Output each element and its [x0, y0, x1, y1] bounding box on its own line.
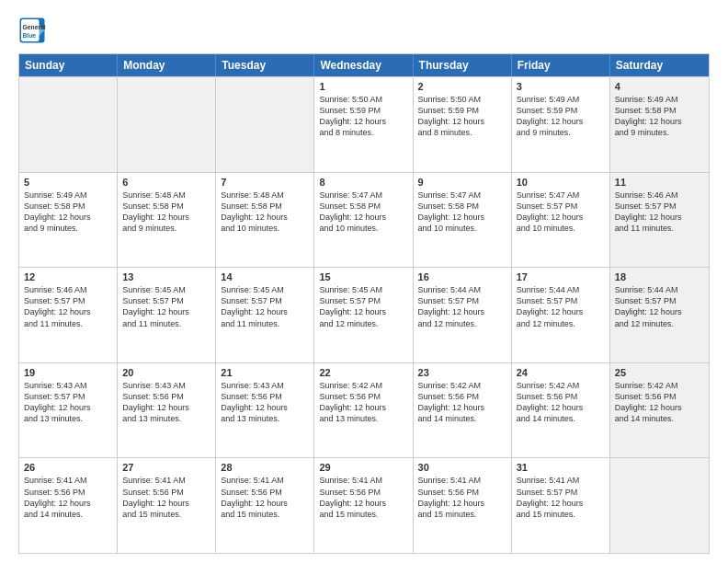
- cell-info: Sunrise: 5:42 AM Sunset: 5:56 PM Dayligh…: [615, 380, 704, 425]
- svg-text:Blue: Blue: [23, 32, 37, 39]
- calendar-cell: 16Sunrise: 5:44 AM Sunset: 5:57 PM Dayli…: [414, 268, 512, 362]
- cell-info: Sunrise: 5:41 AM Sunset: 5:57 PM Dayligh…: [517, 475, 605, 520]
- cell-info: Sunrise: 5:41 AM Sunset: 5:56 PM Dayligh…: [418, 475, 506, 520]
- calendar-row: 19Sunrise: 5:43 AM Sunset: 5:57 PM Dayli…: [19, 362, 709, 458]
- calendar-row: 12Sunrise: 5:46 AM Sunset: 5:57 PM Dayli…: [19, 267, 709, 362]
- day-number: 9: [418, 177, 506, 188]
- calendar-cell: 6Sunrise: 5:48 AM Sunset: 5:58 PM Daylig…: [118, 173, 216, 268]
- cell-info: Sunrise: 5:43 AM Sunset: 5:56 PM Dayligh…: [221, 380, 309, 425]
- cell-info: Sunrise: 5:42 AM Sunset: 5:56 PM Dayligh…: [517, 380, 605, 425]
- cell-info: Sunrise: 5:43 AM Sunset: 5:56 PM Dayligh…: [122, 380, 210, 425]
- calendar-cell: [610, 458, 709, 553]
- day-number: 8: [319, 177, 407, 188]
- cell-info: Sunrise: 5:47 AM Sunset: 5:58 PM Dayligh…: [319, 190, 407, 235]
- cell-info: Sunrise: 5:49 AM Sunset: 5:58 PM Dayligh…: [24, 190, 112, 235]
- weekday-header: Tuesday: [216, 54, 314, 76]
- day-number: 25: [615, 367, 704, 378]
- calendar-cell: 19Sunrise: 5:43 AM Sunset: 5:57 PM Dayli…: [19, 363, 118, 458]
- cell-info: Sunrise: 5:41 AM Sunset: 5:56 PM Dayligh…: [221, 475, 309, 520]
- calendar-row: 26Sunrise: 5:41 AM Sunset: 5:56 PM Dayli…: [19, 457, 709, 553]
- cell-info: Sunrise: 5:47 AM Sunset: 5:58 PM Dayligh…: [418, 190, 506, 235]
- calendar-cell: 2Sunrise: 5:50 AM Sunset: 5:59 PM Daylig…: [414, 77, 512, 172]
- calendar-cell: 20Sunrise: 5:43 AM Sunset: 5:56 PM Dayli…: [118, 363, 216, 458]
- cell-info: Sunrise: 5:46 AM Sunset: 5:57 PM Dayligh…: [24, 284, 112, 329]
- cell-info: Sunrise: 5:45 AM Sunset: 5:57 PM Dayligh…: [122, 284, 210, 329]
- cell-info: Sunrise: 5:41 AM Sunset: 5:56 PM Dayligh…: [24, 475, 112, 520]
- calendar-cell: 27Sunrise: 5:41 AM Sunset: 5:56 PM Dayli…: [118, 458, 216, 553]
- day-number: 31: [517, 462, 605, 473]
- calendar: SundayMondayTuesdayWednesdayThursdayFrid…: [18, 53, 710, 554]
- day-number: 15: [319, 271, 407, 282]
- calendar-row: 5Sunrise: 5:49 AM Sunset: 5:58 PM Daylig…: [19, 172, 709, 268]
- calendar-cell: 8Sunrise: 5:47 AM Sunset: 5:58 PM Daylig…: [314, 173, 413, 268]
- day-number: 3: [517, 81, 605, 92]
- day-number: 5: [24, 177, 112, 188]
- calendar-cell: 11Sunrise: 5:46 AM Sunset: 5:57 PM Dayli…: [610, 173, 709, 268]
- weekday-header: Saturday: [610, 54, 709, 76]
- cell-info: Sunrise: 5:41 AM Sunset: 5:56 PM Dayligh…: [122, 475, 210, 520]
- day-number: 17: [517, 271, 605, 282]
- cell-info: Sunrise: 5:44 AM Sunset: 5:57 PM Dayligh…: [615, 284, 704, 329]
- calendar-cell: 1Sunrise: 5:50 AM Sunset: 5:59 PM Daylig…: [314, 77, 413, 172]
- day-number: 26: [24, 462, 112, 473]
- cell-info: Sunrise: 5:48 AM Sunset: 5:58 PM Dayligh…: [122, 190, 210, 235]
- day-number: 6: [122, 177, 210, 188]
- calendar-cell: 10Sunrise: 5:47 AM Sunset: 5:57 PM Dayli…: [512, 173, 610, 268]
- page: General Blue SundayMondayTuesdayWednesda…: [0, 0, 728, 563]
- calendar-cell: 15Sunrise: 5:45 AM Sunset: 5:57 PM Dayli…: [314, 268, 413, 362]
- cell-info: Sunrise: 5:49 AM Sunset: 5:59 PM Dayligh…: [517, 94, 605, 139]
- day-number: 24: [517, 367, 605, 378]
- cell-info: Sunrise: 5:43 AM Sunset: 5:57 PM Dayligh…: [24, 380, 112, 425]
- cell-info: Sunrise: 5:47 AM Sunset: 5:57 PM Dayligh…: [517, 190, 605, 235]
- calendar-cell: 22Sunrise: 5:42 AM Sunset: 5:56 PM Dayli…: [314, 363, 413, 458]
- day-number: 22: [319, 367, 407, 378]
- calendar-cell: 17Sunrise: 5:44 AM Sunset: 5:57 PM Dayli…: [512, 268, 610, 362]
- cell-info: Sunrise: 5:45 AM Sunset: 5:57 PM Dayligh…: [221, 284, 309, 329]
- day-number: 1: [319, 81, 407, 92]
- weekday-header: Sunday: [19, 54, 118, 76]
- calendar-cell: 30Sunrise: 5:41 AM Sunset: 5:56 PM Dayli…: [414, 458, 512, 553]
- cell-info: Sunrise: 5:49 AM Sunset: 5:58 PM Dayligh…: [615, 94, 704, 139]
- calendar-cell: 7Sunrise: 5:48 AM Sunset: 5:58 PM Daylig…: [216, 173, 314, 268]
- calendar-cell: 24Sunrise: 5:42 AM Sunset: 5:56 PM Dayli…: [512, 363, 610, 458]
- day-number: 28: [221, 462, 309, 473]
- day-number: 29: [319, 462, 407, 473]
- weekday-header: Friday: [512, 54, 610, 76]
- day-number: 14: [221, 271, 309, 282]
- day-number: 30: [418, 462, 506, 473]
- calendar-cell: 13Sunrise: 5:45 AM Sunset: 5:57 PM Dayli…: [118, 268, 216, 362]
- calendar-cell: 23Sunrise: 5:42 AM Sunset: 5:56 PM Dayli…: [414, 363, 512, 458]
- calendar-cell: 25Sunrise: 5:42 AM Sunset: 5:56 PM Dayli…: [610, 363, 709, 458]
- logo: General Blue: [18, 17, 46, 44]
- logo-icon: General Blue: [18, 17, 46, 44]
- day-number: 11: [615, 177, 704, 188]
- calendar-cell: 5Sunrise: 5:49 AM Sunset: 5:58 PM Daylig…: [19, 173, 118, 268]
- cell-info: Sunrise: 5:50 AM Sunset: 5:59 PM Dayligh…: [319, 94, 407, 139]
- calendar-cell: 29Sunrise: 5:41 AM Sunset: 5:56 PM Dayli…: [314, 458, 413, 553]
- calendar-header: SundayMondayTuesdayWednesdayThursdayFrid…: [19, 54, 709, 76]
- cell-info: Sunrise: 5:45 AM Sunset: 5:57 PM Dayligh…: [319, 284, 407, 329]
- day-number: 16: [418, 271, 506, 282]
- day-number: 23: [418, 367, 506, 378]
- calendar-cell: 28Sunrise: 5:41 AM Sunset: 5:56 PM Dayli…: [216, 458, 314, 553]
- day-number: 12: [24, 271, 112, 282]
- calendar-cell: 14Sunrise: 5:45 AM Sunset: 5:57 PM Dayli…: [216, 268, 314, 362]
- day-number: 10: [517, 177, 605, 188]
- calendar-cell: 21Sunrise: 5:43 AM Sunset: 5:56 PM Dayli…: [216, 363, 314, 458]
- calendar-cell: 4Sunrise: 5:49 AM Sunset: 5:58 PM Daylig…: [610, 77, 709, 172]
- calendar-cell: [19, 77, 118, 172]
- day-number: 21: [221, 367, 309, 378]
- calendar-cell: 9Sunrise: 5:47 AM Sunset: 5:58 PM Daylig…: [414, 173, 512, 268]
- calendar-cell: 12Sunrise: 5:46 AM Sunset: 5:57 PM Dayli…: [19, 268, 118, 362]
- calendar-cell: [216, 77, 314, 172]
- day-number: 4: [615, 81, 704, 92]
- day-number: 13: [122, 271, 210, 282]
- day-number: 2: [418, 81, 506, 92]
- cell-info: Sunrise: 5:50 AM Sunset: 5:59 PM Dayligh…: [418, 94, 506, 139]
- day-number: 18: [615, 271, 704, 282]
- day-number: 27: [122, 462, 210, 473]
- cell-info: Sunrise: 5:48 AM Sunset: 5:58 PM Dayligh…: [221, 190, 309, 235]
- cell-info: Sunrise: 5:42 AM Sunset: 5:56 PM Dayligh…: [418, 380, 506, 425]
- cell-info: Sunrise: 5:44 AM Sunset: 5:57 PM Dayligh…: [418, 284, 506, 329]
- day-number: 7: [221, 177, 309, 188]
